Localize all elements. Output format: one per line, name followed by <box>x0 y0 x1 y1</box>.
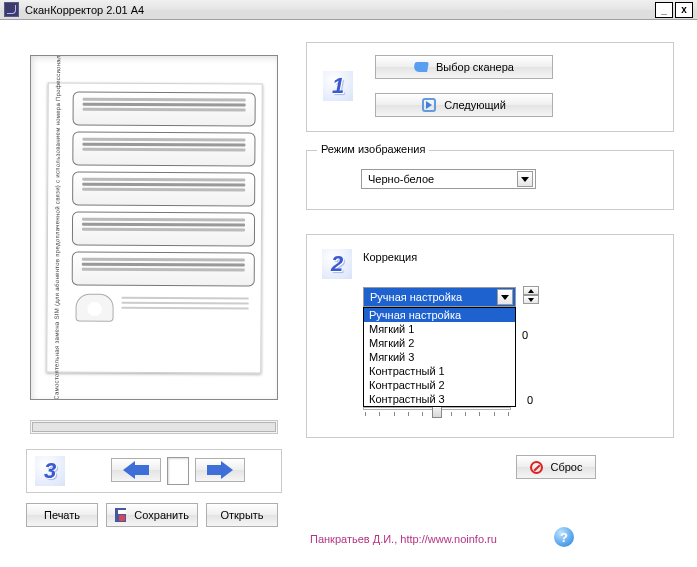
preview-scrollbar[interactable] <box>30 420 278 434</box>
open-label: Открыть <box>220 509 263 521</box>
print-label: Печать <box>44 509 80 521</box>
navigation-group: 3 <box>26 449 282 493</box>
scanned-document: Самостоятельная замена SIM (для абоненто… <box>46 82 263 373</box>
next-page-button[interactable] <box>195 458 245 482</box>
image-mode-selected: Черно-белое <box>368 173 434 185</box>
correction-spin[interactable] <box>523 286 539 304</box>
step-1-badge: 1 <box>323 71 353 101</box>
image-mode-group: Режим изображения Черно-белое <box>306 150 674 210</box>
print-button[interactable]: Печать <box>26 503 98 527</box>
choose-scanner-label: Выбор сканера <box>436 61 514 73</box>
reset-label: Сброс <box>551 461 583 473</box>
preset-option[interactable]: Контрастный 2 <box>364 378 515 392</box>
preset-option[interactable]: Мягкий 3 <box>364 350 515 364</box>
preview-scrollbar-thumb[interactable] <box>32 422 276 432</box>
scanner-group: 1 Выбор сканера Следующий <box>306 42 674 132</box>
prev-page-button[interactable] <box>111 458 161 482</box>
help-button[interactable]: ? <box>554 527 574 547</box>
correction-preset-selected: Ручная настройка <box>370 291 462 303</box>
cancel-icon <box>530 461 543 474</box>
dropdown-arrow-icon[interactable] <box>497 289 513 305</box>
next-scan-label: Следующий <box>444 99 506 111</box>
preset-option[interactable]: Мягкий 2 <box>364 336 515 350</box>
app-window: СканКорректор 2.01 А4 _ x Самостоятельна… <box>0 0 697 567</box>
close-button[interactable]: x <box>675 2 693 18</box>
correction-preset-combo[interactable]: Ручная настройка <box>363 287 516 307</box>
save-label: Сохранить <box>134 509 189 521</box>
page-scroll-track[interactable] <box>167 457 189 485</box>
window-title: СканКорректор 2.01 А4 <box>25 4 144 16</box>
preview-pane: Самостоятельная замена SIM (для абоненто… <box>30 55 278 400</box>
scanner-icon <box>413 62 429 72</box>
save-button[interactable]: Сохранить <box>106 503 198 527</box>
arrow-left-icon <box>123 462 149 478</box>
spin-down-button[interactable] <box>523 295 539 304</box>
param-value: 0 <box>522 329 528 341</box>
correction-label: Коррекция <box>363 251 417 263</box>
save-icon <box>115 508 126 522</box>
correction-group: 2 Коррекция Ручная настройка Ручная наст… <box>306 234 674 438</box>
step-2-badge: 2 <box>322 249 352 279</box>
reset-button[interactable]: Сброс <box>516 455 596 479</box>
contrast-slider[interactable] <box>363 407 511 416</box>
credit-link[interactable]: Панкратьев Д.И., http://www.noinfo.ru <box>310 533 497 545</box>
spin-up-button[interactable] <box>523 286 539 295</box>
choose-scanner-button[interactable]: Выбор сканера <box>375 55 553 79</box>
arrow-right-icon <box>207 462 233 478</box>
open-button[interactable]: Открыть <box>206 503 278 527</box>
contrast-value: 0 <box>527 394 533 406</box>
image-mode-legend: Режим изображения <box>317 143 429 155</box>
title-bar: СканКорректор 2.01 А4 _ x <box>0 0 697 20</box>
preset-option[interactable]: Контрастный 1 <box>364 364 515 378</box>
preset-option[interactable]: Ручная настройка <box>364 308 515 322</box>
preset-option[interactable]: Контрастный 3 <box>364 392 515 406</box>
next-scan-button[interactable]: Следующий <box>375 93 553 117</box>
image-mode-combo[interactable]: Черно-белое <box>361 169 536 189</box>
window-controls: _ x <box>655 2 693 18</box>
next-icon <box>422 98 436 112</box>
app-icon <box>4 2 19 17</box>
minimize-button[interactable]: _ <box>655 2 673 18</box>
step-3-badge: 3 <box>35 456 65 486</box>
correction-preset-dropdown[interactable]: Ручная настройка Мягкий 1 Мягкий 2 Мягки… <box>363 307 516 407</box>
preset-option[interactable]: Мягкий 1 <box>364 322 515 336</box>
dropdown-arrow-icon[interactable] <box>517 171 533 187</box>
